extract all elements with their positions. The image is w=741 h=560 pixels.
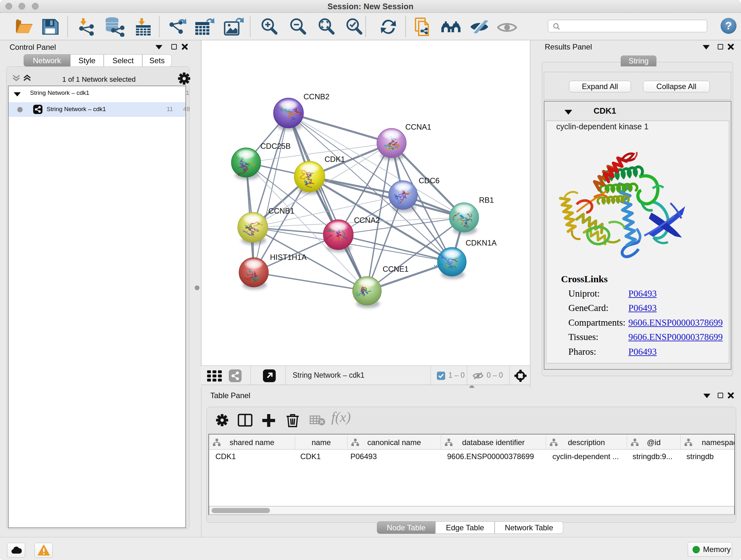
svg-text:RB1: RB1 <box>479 196 494 204</box>
svg-text:CDKN1A: CDKN1A <box>466 239 496 247</box>
svg-text:CCNB1: CCNB1 <box>268 206 294 215</box>
svg-text:CDC6: CDC6 <box>419 176 440 185</box>
svg-text:HIST1H1A: HIST1H1A <box>270 253 307 261</box>
svg-text:CDK1: CDK1 <box>325 155 345 164</box>
svg-text:CDC25B: CDC25B <box>260 142 291 150</box>
svg-text:CCNE1: CCNE1 <box>383 265 408 273</box>
svg-text:CCNB2: CCNB2 <box>304 92 329 101</box>
svg-text:CCNA1: CCNA1 <box>405 123 431 131</box>
svg-text:CCNA2: CCNA2 <box>354 216 380 225</box>
